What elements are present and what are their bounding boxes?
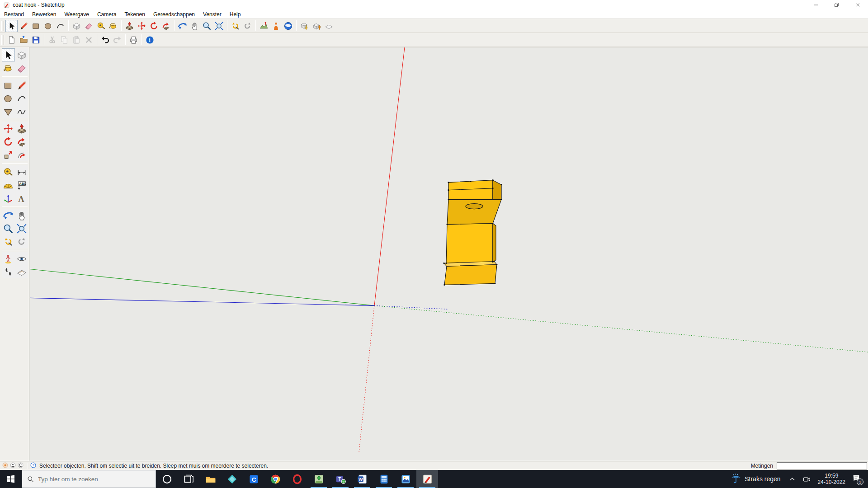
circle-tool-button[interactable] bbox=[2, 92, 15, 105]
look-around-tool-button[interactable] bbox=[15, 252, 28, 265]
weather-widget[interactable]: Straks regen bbox=[726, 470, 785, 488]
eraser-button[interactable] bbox=[83, 20, 95, 32]
next-view-tool-button[interactable] bbox=[15, 235, 28, 248]
rotate-tool-button[interactable] bbox=[2, 135, 15, 148]
zoom-button[interactable] bbox=[201, 20, 213, 32]
protractor-tool-button[interactable] bbox=[2, 178, 15, 192]
toolbar-grip[interactable] bbox=[1, 35, 4, 45]
tape-measure-tool-button[interactable] bbox=[2, 165, 15, 178]
menu-help[interactable]: Help bbox=[226, 10, 245, 19]
start-button[interactable] bbox=[0, 470, 22, 488]
taskbar-word-button[interactable]: W bbox=[351, 470, 373, 488]
delete-button[interactable] bbox=[83, 34, 95, 46]
rectangle-button[interactable] bbox=[30, 20, 42, 32]
taskbar-opera-button[interactable] bbox=[286, 470, 308, 488]
move-tool-button[interactable] bbox=[2, 122, 15, 135]
menu-tekenen[interactable]: Tekenen bbox=[121, 10, 149, 19]
walk-tool-button[interactable] bbox=[2, 265, 15, 278]
menu-gereedschappen[interactable]: Gereedschappen bbox=[149, 10, 199, 19]
taskbar-the-sims-button[interactable] bbox=[308, 470, 330, 488]
orbit-button[interactable] bbox=[176, 20, 189, 32]
pan-button[interactable] bbox=[189, 20, 201, 32]
tray-chevron-up-icon[interactable] bbox=[785, 470, 799, 488]
axes-tool-button[interactable] bbox=[2, 192, 15, 205]
arc-button[interactable] bbox=[54, 20, 66, 32]
rotate-button[interactable] bbox=[148, 20, 160, 32]
3d-warehouse-button[interactable] bbox=[323, 20, 335, 32]
menu-bestand[interactable]: Bestand bbox=[0, 10, 28, 19]
taskbar-task-view-button[interactable] bbox=[178, 470, 199, 488]
rectangle-tool-button[interactable] bbox=[2, 79, 15, 92]
coat-hook-model[interactable] bbox=[443, 179, 502, 286]
restore-button[interactable] bbox=[826, 0, 847, 10]
circle-button[interactable] bbox=[42, 20, 54, 32]
paste-button[interactable] bbox=[71, 34, 83, 46]
scale-tool-button[interactable] bbox=[2, 148, 15, 161]
photo-textures-button[interactable] bbox=[270, 20, 282, 32]
toolbar-grip[interactable] bbox=[1, 21, 4, 31]
cut-button[interactable] bbox=[46, 34, 58, 46]
follow-me-tool-button[interactable] bbox=[15, 135, 28, 148]
taskbar-search[interactable] bbox=[22, 470, 156, 488]
make-component-button[interactable] bbox=[71, 20, 83, 32]
zoom-tool-button[interactable] bbox=[2, 222, 15, 235]
zoom-extents-tool-button[interactable] bbox=[15, 222, 28, 235]
model-info-button[interactable]: i bbox=[144, 34, 156, 46]
taskbar-sketchup-button[interactable] bbox=[416, 470, 438, 488]
save-button[interactable] bbox=[30, 34, 42, 46]
dimension-tool-button[interactable] bbox=[15, 165, 28, 178]
paint-bucket-tool-button[interactable] bbox=[2, 61, 15, 75]
menu-camera[interactable]: Camera bbox=[93, 10, 121, 19]
position-camera-tool-button[interactable] bbox=[2, 252, 15, 265]
geolocation-status-icon[interactable] bbox=[2, 462, 9, 470]
clock[interactable]: 19:59 24-10-2022 bbox=[814, 473, 849, 485]
taskbar-calculator-button[interactable] bbox=[373, 470, 395, 488]
menu-venster[interactable]: Venster bbox=[199, 10, 226, 19]
taskbar-cortana-button[interactable] bbox=[156, 470, 178, 488]
drawing-canvas[interactable] bbox=[29, 47, 868, 461]
measurements-input[interactable] bbox=[777, 462, 867, 469]
orbit-tool-button[interactable] bbox=[2, 209, 15, 222]
notification-center-button[interactable]: 1 bbox=[849, 470, 866, 488]
copy-button[interactable] bbox=[58, 34, 71, 46]
line-tool-button[interactable] bbox=[15, 79, 28, 92]
close-button[interactable] bbox=[847, 0, 868, 10]
paint-bucket-button[interactable] bbox=[107, 20, 119, 32]
arc-tool-button[interactable] bbox=[15, 92, 28, 105]
section-plane-tool-button[interactable] bbox=[15, 265, 28, 278]
text-tool-button[interactable]: ABC bbox=[15, 178, 28, 192]
meet-now-icon[interactable] bbox=[799, 470, 814, 488]
help-icon[interactable]: ? bbox=[30, 462, 37, 470]
menu-bewerken[interactable]: Bewerken bbox=[28, 10, 60, 19]
pan-tool-button[interactable] bbox=[15, 209, 28, 222]
make-component-tool-button[interactable] bbox=[15, 48, 28, 61]
freehand-tool-button[interactable] bbox=[15, 105, 28, 118]
claim-status-icon[interactable] bbox=[17, 462, 24, 470]
push-pull-tool-button[interactable] bbox=[15, 122, 28, 135]
menu-weergave[interactable]: Weergave bbox=[60, 10, 93, 19]
undo-button[interactable] bbox=[99, 34, 111, 46]
offset-tool-button[interactable] bbox=[15, 148, 28, 161]
polygon-tool-button[interactable] bbox=[2, 105, 15, 118]
push-pull-button[interactable] bbox=[123, 20, 136, 32]
new-document-button[interactable] bbox=[5, 34, 18, 46]
taskbar-chrome-button[interactable] bbox=[264, 470, 286, 488]
print-button[interactable] bbox=[127, 34, 140, 46]
move-button[interactable] bbox=[136, 20, 148, 32]
zoom-extents-button[interactable] bbox=[213, 20, 225, 32]
taskbar-teams-button[interactable]: T bbox=[330, 470, 351, 488]
add-location-button[interactable] bbox=[258, 20, 270, 32]
previous-view-tool-button[interactable] bbox=[2, 235, 15, 248]
minimize-button[interactable] bbox=[806, 0, 826, 10]
line-button[interactable] bbox=[18, 20, 30, 32]
select-tool-button[interactable] bbox=[2, 48, 15, 61]
open-button[interactable] bbox=[18, 34, 30, 46]
eraser-tool-button[interactable] bbox=[15, 61, 28, 75]
tape-measure-button[interactable] bbox=[95, 20, 107, 32]
next-view-button[interactable] bbox=[241, 20, 254, 32]
taskbar-mail-button[interactable] bbox=[221, 470, 243, 488]
follow-me-button[interactable] bbox=[160, 20, 172, 32]
search-input[interactable] bbox=[38, 476, 142, 483]
taskbar-app-c-button[interactable]: C bbox=[243, 470, 264, 488]
select-button[interactable] bbox=[5, 20, 18, 32]
